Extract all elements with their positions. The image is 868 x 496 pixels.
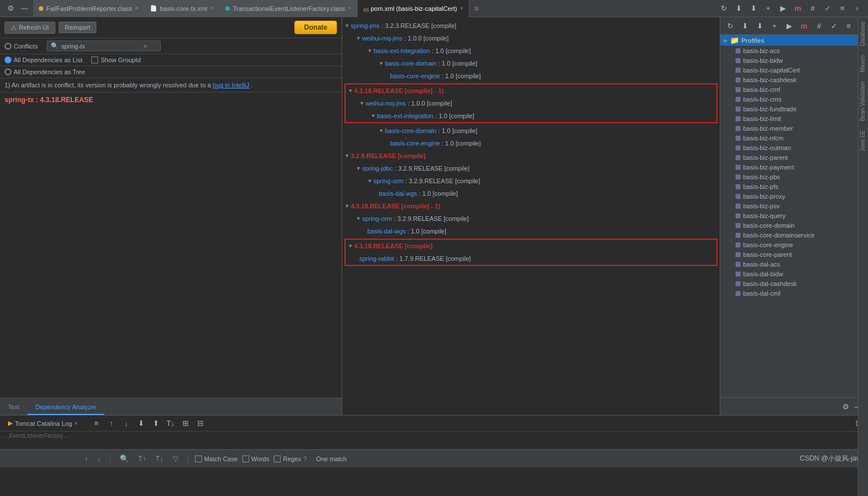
collapse-icon[interactable]: ▼ (348, 241, 353, 251)
collapse-icon[interactable]: ▼ (344, 151, 350, 161)
maven-item-biz-pbs[interactable]: ▦ basis-biz-pbs (720, 172, 868, 182)
dep-row-conflict[interactable]: ▼ 4.3.18.RELEASE [compile] (346, 240, 716, 252)
dep-row-conflict[interactable]: ▼ 4.3.18.RELEASE [compile] - 1) (346, 84, 716, 97)
dep-row[interactable]: ▼ weihui-mq-jms : 1.0.0 [compile] (346, 97, 716, 110)
maven-m-icon2[interactable]: m (798, 19, 810, 32)
maven-item-biz-fundtrade[interactable]: ▦ basis-biz-fundtrade (720, 104, 868, 114)
funnel-icon[interactable]: ▽ (171, 453, 181, 464)
maven-label[interactable]: Maven (858, 51, 868, 77)
maven-menu-icon[interactable]: ≡ (842, 19, 855, 32)
dep-row[interactable]: basis-core-engine : 1.0 [compile] (342, 70, 720, 82)
download-icon[interactable]: ⬇ (732, 2, 745, 15)
donate-button[interactable]: Donate (294, 21, 337, 34)
dep-row[interactable]: basis-core-engine : 1.0 [compile] (342, 137, 720, 150)
maven-item-biz-cmf[interactable]: ▦ basis-biz-cmf (720, 84, 868, 94)
maven-add-icon[interactable]: + (768, 19, 781, 32)
tab-transactional[interactable]: TransactionalEventListenerFactory.class … (220, 0, 358, 17)
menu-icon[interactable]: ≡ (836, 2, 849, 15)
next-match-button[interactable]: ↓ (95, 453, 104, 464)
tomcat-close-icon[interactable]: × (74, 420, 78, 426)
download2-icon[interactable]: ⬇ (747, 2, 760, 15)
java-ee-label[interactable]: Java EE (858, 126, 868, 156)
collapse-icon[interactable]: ▼ (344, 21, 350, 31)
log-table-icon[interactable]: ⊞ (179, 417, 192, 430)
maven-item-biz-capitalCert[interactable]: ▦ basis-biz-capitalCert (720, 65, 868, 75)
log-up-icon[interactable]: ↑ (105, 417, 117, 430)
chevron-right-icon[interactable]: › (851, 2, 863, 15)
tab-pom[interactable]: m pom.xml (basis-biz-capitalCert) × (358, 0, 469, 17)
maven-item-core-domain[interactable]: ▦ basis-core-domain (720, 220, 868, 230)
log-filter-icon[interactable]: T↓ (164, 417, 177, 430)
regex-checkbox[interactable]: Regex ? (274, 455, 307, 462)
maven-item-core-engine[interactable]: ▦ basis-core-engine (720, 240, 868, 249)
bug-link[interactable]: bug in IntelliJ (213, 82, 249, 88)
maven-item-core-parent[interactable]: ▦ basis-core-parent (720, 249, 868, 259)
maven-settings-icon[interactable]: ⚙ (839, 400, 852, 413)
maven-item-biz-payment[interactable]: ▦ basis-biz-payment (720, 162, 868, 172)
dep-row[interactable]: spring-rabbit : 1.7.9.RELEASE [compile] (346, 252, 716, 265)
collapse-icon[interactable]: ▼ (379, 126, 384, 136)
maven-item-biz-cms[interactable]: ▦ basis-biz-cms (720, 94, 868, 104)
reimport-button[interactable]: Reimport (59, 22, 97, 33)
settings-icon[interactable]: ⚙ (5, 2, 17, 15)
refresh-ui-button[interactable]: ⚠ Refresh UI (5, 22, 55, 34)
search-input[interactable] (61, 43, 141, 50)
dep-row[interactable]: ▼ spring-orm : 3.2.9.RELEASE [compile] (342, 212, 720, 225)
maven-item-biz-acs[interactable]: ▦ basis-biz-acs (720, 46, 868, 55)
dep-row[interactable]: ▼ weihui-mq-jms : 1.0.0 [compile] (342, 32, 720, 45)
maven-item-biz-proxy[interactable]: ▦ basis-biz-proxy (720, 191, 868, 201)
maven-dl2-icon[interactable]: ⬇ (753, 19, 766, 32)
collapse-icon[interactable]: ▼ (359, 98, 364, 108)
log-menu-icon[interactable]: ≡ (90, 417, 103, 430)
collapse-icon[interactable]: ▼ (348, 86, 353, 96)
search-options-icon[interactable]: 🔍 (117, 453, 131, 464)
maven-item-biz-parent[interactable]: ▦ basis-biz-parent (720, 152, 868, 162)
show-groupid-checkbox[interactable]: Show GroupId (91, 57, 140, 63)
hash-icon[interactable]: # (806, 2, 819, 15)
maven-item-dal-cmf[interactable]: ▦ basis-dal-cmf (720, 288, 868, 298)
maven-item-biz-outman[interactable]: ▦ basis-biz-outman (720, 143, 868, 152)
maven-item-dal-acs[interactable]: ▦ basis-dal-acs (720, 259, 868, 269)
maven-sync-icon[interactable]: ↻ (724, 19, 736, 32)
dep-row[interactable]: ▼ basis-ext-integration : 1.0 [compile] (346, 110, 716, 122)
maven-item-biz-nfcm[interactable]: ▦ basis-biz-nfcm (720, 133, 868, 143)
maven-check-icon[interactable]: ✓ (828, 19, 840, 32)
tab-failfast-close[interactable]: × (135, 5, 138, 11)
tab-transactional-close[interactable]: × (348, 5, 351, 11)
tab-dependency-analyzer[interactable]: Dependency Analyzer (27, 400, 104, 415)
maven-m-icon[interactable]: m (792, 2, 804, 15)
maven-item-biz-query[interactable]: ▦ basis-biz-query (720, 211, 868, 220)
tomcat-tab[interactable]: ▶ Tomcat Catalina Log × (3, 418, 82, 428)
more-tabs-button[interactable]: ≡ (469, 4, 483, 13)
words-checkbox[interactable]: Words (242, 455, 270, 462)
tab-basiscore[interactable]: 📄 basis-core-tx.xml × (144, 0, 220, 17)
log-dl-icon[interactable]: ⬇ (135, 417, 147, 430)
maven-item-core-domainservice[interactable]: ▦ basis-core-domainservice (720, 230, 868, 240)
log-dl2-icon[interactable]: ⬆ (149, 417, 162, 430)
match-case-checkbox[interactable]: Match Case (195, 455, 238, 462)
play-icon[interactable]: ▶ (777, 2, 789, 15)
maven-item-biz-pfs[interactable]: ▦ basis-biz-pfs (720, 182, 868, 191)
maven-item-biz-limit[interactable]: ▦ basis-biz-limit (720, 114, 868, 123)
collapse-icon[interactable]: ▼ (356, 33, 361, 43)
maven-item-biz-cashdesk[interactable]: ▦ basis-biz-cashdesk (720, 75, 868, 84)
dep-row[interactable]: ▼ spring-jdbc : 3.2.9.RELEASE [compile] (342, 162, 720, 175)
collapse-icon[interactable]: ▼ (371, 111, 376, 121)
dep-row[interactable]: ▼ basis-core-domain : 1.0 [compile] (342, 57, 720, 70)
log-down-icon[interactable]: ↓ (120, 417, 132, 430)
dep-row[interactable]: ▼ basis-core-domain : 1.0 [compile] (342, 124, 720, 137)
maven-play-icon[interactable]: ▶ (783, 19, 796, 32)
search-box[interactable]: 🔍 × (47, 41, 161, 51)
dep-row[interactable]: basis-dal-wgs : 1.0 [compile] (342, 187, 720, 200)
filter2-icon[interactable]: T↓ (153, 453, 165, 464)
filter-icon[interactable]: T↑ (136, 453, 148, 464)
regex-help[interactable]: ? (303, 455, 307, 462)
dep-row[interactable]: ▼ basis-ext-integration : 1.0 [compile] (342, 45, 720, 57)
collapse-icon[interactable]: ▼ (367, 176, 372, 186)
find-input[interactable] (7, 455, 75, 462)
conflicts-radio[interactable]: Conflicts (5, 43, 38, 50)
dep-row-conflict[interactable]: ▼ 4.3.18.RELEASE [compile] - 1) (342, 200, 720, 212)
tab-pom-close[interactable]: × (460, 5, 464, 11)
maven-item-biz-psv[interactable]: ▦ basis-biz-psv (720, 201, 868, 211)
collapse-icon[interactable]: ▼ (356, 163, 361, 174)
